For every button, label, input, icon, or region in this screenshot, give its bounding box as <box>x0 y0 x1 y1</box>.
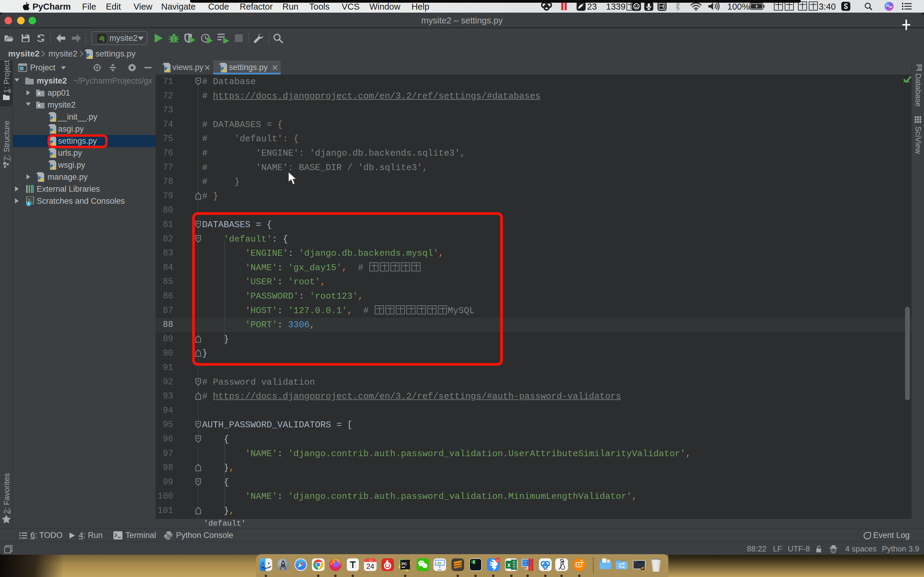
svg-text:23: 23 <box>496 559 499 562</box>
svg-text:X: X <box>507 562 511 568</box>
svg-text:$█: $█ <box>471 560 475 564</box>
svg-text:PC: PC <box>402 562 407 566</box>
svg-text:11: 11 <box>369 559 372 562</box>
svg-text:24: 24 <box>366 562 375 571</box>
